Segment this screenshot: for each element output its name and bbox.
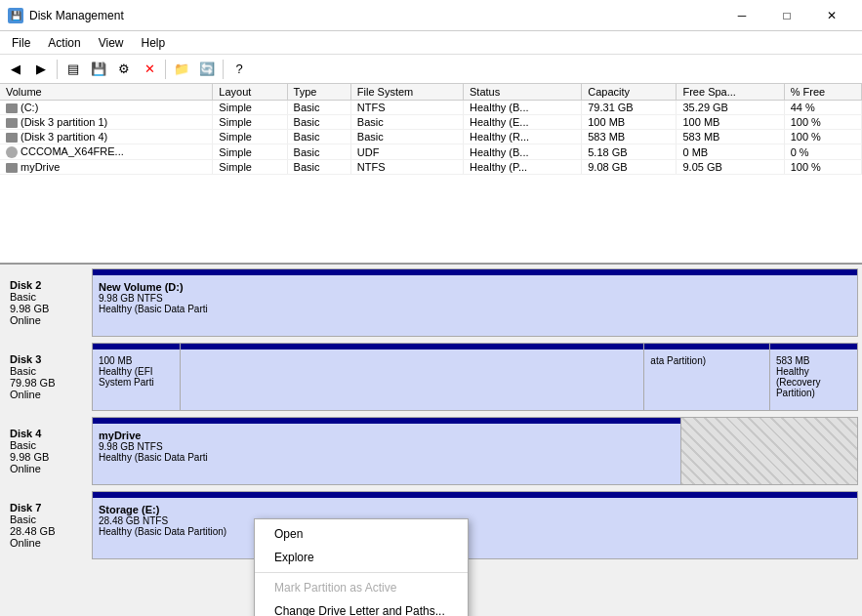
disk-row-2: Disk 2 Basic 9.98 GB Online New Volume (… xyxy=(4,268,858,337)
cell-fs: NTFS xyxy=(350,101,463,115)
ctx-mark-active: Mark Partition as Active xyxy=(255,576,468,599)
disk-3-part-main[interactable] xyxy=(181,344,644,410)
cell-free: 35.29 GB xyxy=(677,101,784,115)
disk-icon xyxy=(6,103,18,113)
volume-table-area[interactable]: Volume Layout Type File System Status Ca… xyxy=(0,84,862,265)
cell-fs: Basic xyxy=(350,115,463,130)
cell-capacity: 100 MB xyxy=(582,115,677,130)
cell-capacity: 583 MB xyxy=(582,130,677,144)
disk-row-4: Disk 4 Basic 9.98 GB Online myDrive 9.98… xyxy=(4,417,858,485)
cell-volume: (C:) xyxy=(0,101,213,115)
volume-table: Volume Layout Type File System Status Ca… xyxy=(0,84,862,175)
toolbar-sep-3 xyxy=(223,60,224,79)
menu-help[interactable]: Help xyxy=(134,34,174,52)
cell-fs: Basic xyxy=(350,130,463,144)
col-volume[interactable]: Volume xyxy=(0,84,213,101)
ctx-explore[interactable]: Explore xyxy=(255,546,468,569)
toolbar-list[interactable]: ▤ xyxy=(62,58,85,81)
cell-status: Healthy (B... xyxy=(464,144,582,160)
col-capacity[interactable]: Capacity xyxy=(582,84,677,101)
main-content: Volume Layout Type File System Status Ca… xyxy=(0,84,862,616)
disk-4-part-unallocated[interactable] xyxy=(681,418,857,484)
toolbar-back[interactable]: ◀ xyxy=(4,58,27,81)
app-icon: 💾 xyxy=(8,8,23,23)
disk-7-part-storage[interactable]: Storage (E:) 28.48 GB NTFS Healthy (Basi… xyxy=(93,492,857,558)
toolbar-save[interactable]: 💾 xyxy=(87,58,110,81)
cell-layout: Simple xyxy=(213,115,287,130)
maximize-button[interactable]: □ xyxy=(764,0,809,31)
cell-status: Healthy (R... xyxy=(464,130,582,144)
menu-file[interactable]: File xyxy=(4,34,38,52)
toolbar-gear[interactable]: ⚙ xyxy=(112,58,136,81)
cell-capacity: 5.18 GB xyxy=(582,144,677,160)
table-row[interactable]: myDrive Simple Basic NTFS Healthy (P... … xyxy=(0,160,862,175)
cell-pct: 44 % xyxy=(784,101,861,115)
disk-7-partitions: Storage (E:) 28.48 GB NTFS Healthy (Basi… xyxy=(92,491,858,559)
col-status[interactable]: Status xyxy=(464,84,582,101)
cell-layout: Simple xyxy=(213,144,287,160)
cell-status: Healthy (P... xyxy=(464,160,582,175)
minimize-button[interactable]: ─ xyxy=(719,0,764,31)
ctx-change-drive[interactable]: Change Drive Letter and Paths... xyxy=(255,599,468,616)
disk-row-3: Disk 3 Basic 79.98 GB Online 100 MB Heal… xyxy=(4,343,858,411)
table-row[interactable]: (C:) Simple Basic NTFS Healthy (B... 79.… xyxy=(0,101,862,115)
menu-action[interactable]: Action xyxy=(40,34,88,52)
table-row[interactable]: (Disk 3 partition 4) Simple Basic Basic … xyxy=(0,130,862,144)
cell-capacity: 9.08 GB xyxy=(582,160,677,175)
cell-volume: (Disk 3 partition 4) xyxy=(0,130,213,144)
menu-bar: File Action View Help xyxy=(0,31,862,55)
disk-2-partition-1[interactable]: New Volume (D:) 9.98 GB NTFS Healthy (Ba… xyxy=(93,269,857,336)
cell-fs: NTFS xyxy=(350,160,463,175)
cell-free: 0 MB xyxy=(677,144,784,160)
cell-type: Basic xyxy=(287,115,350,130)
title-bar-left: 💾 Disk Management xyxy=(8,8,124,23)
cell-free: 100 MB xyxy=(677,115,784,130)
close-button[interactable]: ✕ xyxy=(809,0,854,31)
cell-layout: Simple xyxy=(213,160,287,175)
cd-icon xyxy=(6,146,18,158)
disk-3-label: Disk 3 Basic 79.98 GB Online xyxy=(4,343,92,411)
disk-3-part-recovery[interactable]: 583 MB Healthy (Recovery Partition) xyxy=(770,344,857,410)
cell-type: Basic xyxy=(287,130,350,144)
cell-free: 583 MB xyxy=(677,130,784,144)
disk-icon xyxy=(6,133,18,143)
cell-free: 9.05 GB xyxy=(677,160,784,175)
menu-view[interactable]: View xyxy=(91,34,132,52)
title-bar-controls: ─ □ ✕ xyxy=(719,0,854,31)
cell-type: Basic xyxy=(287,160,350,175)
disk-4-label: Disk 4 Basic 9.98 GB Online xyxy=(4,417,92,485)
cell-type: Basic xyxy=(287,144,350,160)
col-fs[interactable]: File System xyxy=(350,84,463,101)
disk-area: Disk 2 Basic 9.98 GB Online New Volume (… xyxy=(0,265,862,616)
disk-2-label: Disk 2 Basic 9.98 GB Online xyxy=(4,268,92,337)
toolbar-help[interactable]: ? xyxy=(227,58,251,81)
cell-fs: UDF xyxy=(350,144,463,160)
col-free[interactable]: Free Spa... xyxy=(677,84,784,101)
toolbar-folder[interactable]: 📁 xyxy=(170,58,193,81)
cell-status: Healthy (E... xyxy=(464,115,582,130)
disk-4-part-mydrive[interactable]: myDrive 9.98 GB NTFS Healthy (Basic Data… xyxy=(93,418,681,484)
cell-volume: (Disk 3 partition 1) xyxy=(0,115,213,130)
disk-3-part-efi[interactable]: 100 MB Healthy (EFI System Parti xyxy=(93,344,181,410)
col-type[interactable]: Type xyxy=(287,84,350,101)
ctx-sep-1 xyxy=(255,572,468,573)
table-row[interactable]: CCCOMA_X64FRE... Simple Basic UDF Health… xyxy=(0,144,862,160)
window-title: Disk Management xyxy=(29,9,124,22)
toolbar-forward[interactable]: ▶ xyxy=(29,58,53,81)
cell-capacity: 79.31 GB xyxy=(582,101,677,115)
table-row[interactable]: (Disk 3 partition 1) Simple Basic Basic … xyxy=(0,115,862,130)
col-pct[interactable]: % Free xyxy=(784,84,861,101)
cell-layout: Simple xyxy=(213,130,287,144)
toolbar-cancel[interactable]: ✕ xyxy=(138,58,161,81)
disk-3-part-data[interactable]: ata Partition) xyxy=(644,344,770,410)
cell-status: Healthy (B... xyxy=(464,101,582,115)
col-layout[interactable]: Layout xyxy=(213,84,287,101)
disk-icon xyxy=(6,118,18,128)
cell-layout: Simple xyxy=(213,101,287,115)
disk-2-partitions: New Volume (D:) 9.98 GB NTFS Healthy (Ba… xyxy=(92,268,858,337)
toolbar-sep-1 xyxy=(57,60,58,79)
toolbar-refresh[interactable]: 🔄 xyxy=(195,58,219,81)
disk-3-partitions: 100 MB Healthy (EFI System Parti ata Par… xyxy=(92,343,858,411)
disk-4-partitions: myDrive 9.98 GB NTFS Healthy (Basic Data… xyxy=(92,417,858,485)
ctx-open[interactable]: Open xyxy=(255,522,468,546)
